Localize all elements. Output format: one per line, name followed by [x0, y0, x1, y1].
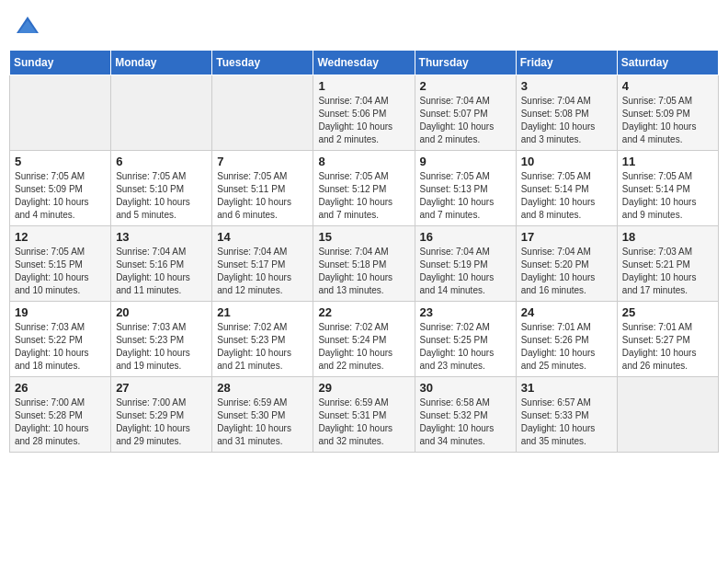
day-number: 24 [521, 305, 612, 319]
cell-content: Sunrise: 7:01 AMSunset: 5:26 PMDaylight:… [521, 321, 612, 373]
day-number: 4 [622, 79, 713, 93]
calendar-week-1: 5Sunrise: 7:05 AMSunset: 5:09 PMDaylight… [10, 151, 719, 226]
calendar-cell: 5Sunrise: 7:05 AMSunset: 5:09 PMDaylight… [10, 151, 111, 226]
weekday-header-thursday: Thursday [415, 51, 516, 75]
day-number: 30 [420, 381, 511, 395]
cell-content: Sunrise: 6:59 AMSunset: 5:30 PMDaylight:… [217, 396, 308, 448]
calendar-cell: 2Sunrise: 7:04 AMSunset: 5:07 PMDaylight… [415, 75, 516, 151]
day-number: 11 [622, 155, 713, 168]
cell-content: Sunrise: 7:04 AMSunset: 5:16 PMDaylight:… [116, 246, 207, 297]
day-number: 5 [15, 155, 106, 168]
calendar-cell [111, 75, 212, 151]
cell-content: Sunrise: 6:57 AMSunset: 5:33 PMDaylight:… [521, 396, 612, 448]
cell-content: Sunrise: 7:05 AMSunset: 5:14 PMDaylight:… [622, 170, 713, 222]
day-number: 1 [318, 79, 409, 93]
calendar-cell: 12Sunrise: 7:05 AMSunset: 5:15 PMDayligh… [10, 226, 111, 302]
day-number: 27 [116, 381, 207, 395]
calendar-cell: 10Sunrise: 7:05 AMSunset: 5:14 PMDayligh… [516, 151, 617, 226]
cell-content: Sunrise: 6:59 AMSunset: 5:31 PMDaylight:… [318, 396, 409, 448]
cell-content: Sunrise: 7:05 AMSunset: 5:10 PMDaylight:… [116, 170, 207, 222]
weekday-header-saturday: Saturday [617, 51, 718, 75]
cell-content: Sunrise: 7:04 AMSunset: 5:06 PMDaylight:… [318, 95, 409, 146]
calendar-week-3: 19Sunrise: 7:03 AMSunset: 5:22 PMDayligh… [10, 302, 719, 377]
calendar-cell: 20Sunrise: 7:03 AMSunset: 5:23 PMDayligh… [111, 302, 212, 377]
day-number: 19 [15, 305, 106, 319]
day-number: 3 [521, 79, 612, 93]
cell-content: Sunrise: 7:02 AMSunset: 5:24 PMDaylight:… [318, 321, 409, 373]
day-number: 18 [622, 230, 713, 244]
cell-content: Sunrise: 7:04 AMSunset: 5:19 PMDaylight:… [420, 246, 511, 297]
calendar-cell: 30Sunrise: 6:58 AMSunset: 5:32 PMDayligh… [415, 377, 516, 453]
day-number: 10 [521, 155, 612, 168]
calendar-cell: 22Sunrise: 7:02 AMSunset: 5:24 PMDayligh… [313, 302, 415, 377]
calendar-week-2: 12Sunrise: 7:05 AMSunset: 5:15 PMDayligh… [10, 226, 719, 302]
calendar-cell: 9Sunrise: 7:05 AMSunset: 5:13 PMDaylight… [415, 151, 516, 226]
cell-content: Sunrise: 7:04 AMSunset: 5:17 PMDaylight:… [217, 246, 308, 297]
cell-content: Sunrise: 7:04 AMSunset: 5:18 PMDaylight:… [318, 246, 409, 297]
weekday-header-wednesday: Wednesday [313, 51, 415, 75]
weekday-header-monday: Monday [111, 51, 212, 75]
cell-content: Sunrise: 7:01 AMSunset: 5:27 PMDaylight:… [622, 321, 713, 373]
calendar-week-0: 1Sunrise: 7:04 AMSunset: 5:06 PMDaylight… [10, 75, 719, 151]
day-number: 23 [420, 305, 511, 319]
cell-content: Sunrise: 7:05 AMSunset: 5:09 PMDaylight:… [622, 95, 713, 146]
day-number: 28 [217, 381, 308, 395]
cell-content: Sunrise: 7:03 AMSunset: 5:22 PMDaylight:… [15, 321, 106, 373]
logo [15, 13, 44, 39]
day-number: 8 [318, 155, 409, 168]
day-number: 21 [217, 305, 308, 319]
calendar-cell: 6Sunrise: 7:05 AMSunset: 5:10 PMDaylight… [111, 151, 212, 226]
calendar-cell: 23Sunrise: 7:02 AMSunset: 5:25 PMDayligh… [415, 302, 516, 377]
weekday-header-tuesday: Tuesday [212, 51, 313, 75]
day-number: 29 [318, 381, 409, 395]
cell-content: Sunrise: 7:03 AMSunset: 5:23 PMDaylight:… [116, 321, 207, 373]
calendar-cell: 25Sunrise: 7:01 AMSunset: 5:27 PMDayligh… [617, 302, 718, 377]
calendar-cell [212, 75, 313, 151]
day-number: 14 [217, 230, 308, 244]
cell-content: Sunrise: 7:05 AMSunset: 5:13 PMDaylight:… [420, 170, 511, 222]
cell-content: Sunrise: 7:02 AMSunset: 5:23 PMDaylight:… [217, 321, 308, 373]
day-number: 12 [15, 230, 106, 244]
day-number: 26 [15, 381, 106, 395]
calendar-cell: 18Sunrise: 7:03 AMSunset: 5:21 PMDayligh… [617, 226, 718, 302]
calendar-cell: 3Sunrise: 7:04 AMSunset: 5:08 PMDaylight… [516, 75, 617, 151]
page-header [9, 9, 719, 42]
day-number: 9 [420, 155, 511, 168]
cell-content: Sunrise: 6:58 AMSunset: 5:32 PMDaylight:… [420, 396, 511, 448]
calendar-cell: 29Sunrise: 6:59 AMSunset: 5:31 PMDayligh… [313, 377, 415, 453]
logo-icon [15, 13, 40, 39]
calendar-cell: 21Sunrise: 7:02 AMSunset: 5:23 PMDayligh… [212, 302, 313, 377]
cell-content: Sunrise: 7:04 AMSunset: 5:07 PMDaylight:… [420, 95, 511, 146]
calendar-cell [10, 75, 111, 151]
calendar-cell: 11Sunrise: 7:05 AMSunset: 5:14 PMDayligh… [617, 151, 718, 226]
cell-content: Sunrise: 7:04 AMSunset: 5:20 PMDaylight:… [521, 246, 612, 297]
cell-content: Sunrise: 7:05 AMSunset: 5:12 PMDaylight:… [318, 170, 409, 222]
cell-content: Sunrise: 7:05 AMSunset: 5:11 PMDaylight:… [217, 170, 308, 222]
calendar-cell: 7Sunrise: 7:05 AMSunset: 5:11 PMDaylight… [212, 151, 313, 226]
weekday-header-friday: Friday [516, 51, 617, 75]
day-number: 20 [116, 305, 207, 319]
weekday-header-sunday: Sunday [10, 51, 111, 75]
calendar-cell [617, 377, 718, 453]
cell-content: Sunrise: 7:00 AMSunset: 5:29 PMDaylight:… [116, 396, 207, 448]
day-number: 17 [521, 230, 612, 244]
cell-content: Sunrise: 7:05 AMSunset: 5:15 PMDaylight:… [15, 246, 106, 297]
calendar-cell: 17Sunrise: 7:04 AMSunset: 5:20 PMDayligh… [516, 226, 617, 302]
calendar-cell: 24Sunrise: 7:01 AMSunset: 5:26 PMDayligh… [516, 302, 617, 377]
calendar-cell: 13Sunrise: 7:04 AMSunset: 5:16 PMDayligh… [111, 226, 212, 302]
calendar-cell: 4Sunrise: 7:05 AMSunset: 5:09 PMDaylight… [617, 75, 718, 151]
cell-content: Sunrise: 7:05 AMSunset: 5:09 PMDaylight:… [15, 170, 106, 222]
calendar-cell: 31Sunrise: 6:57 AMSunset: 5:33 PMDayligh… [516, 377, 617, 453]
day-number: 25 [622, 305, 713, 319]
day-number: 22 [318, 305, 409, 319]
cell-content: Sunrise: 7:05 AMSunset: 5:14 PMDaylight:… [521, 170, 612, 222]
cell-content: Sunrise: 7:02 AMSunset: 5:25 PMDaylight:… [420, 321, 511, 373]
calendar-cell: 16Sunrise: 7:04 AMSunset: 5:19 PMDayligh… [415, 226, 516, 302]
calendar-cell: 27Sunrise: 7:00 AMSunset: 5:29 PMDayligh… [111, 377, 212, 453]
day-number: 31 [521, 381, 612, 395]
calendar-cell: 1Sunrise: 7:04 AMSunset: 5:06 PMDaylight… [313, 75, 415, 151]
calendar-cell: 19Sunrise: 7:03 AMSunset: 5:22 PMDayligh… [10, 302, 111, 377]
day-number: 6 [116, 155, 207, 168]
day-number: 13 [116, 230, 207, 244]
day-number: 7 [217, 155, 308, 168]
